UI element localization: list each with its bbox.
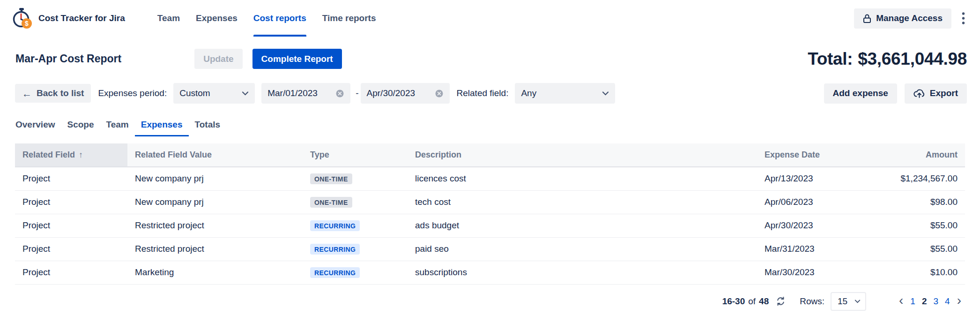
table-row: Project Marketing RECURRING subscription… xyxy=(15,261,965,284)
related-field-select-value: Any xyxy=(521,88,536,98)
table-row: Project New company prj ONE-TIME licence… xyxy=(15,167,965,190)
previous-page-icon[interactable]: ‹ xyxy=(895,294,907,309)
date-from-value: Mar/01/2023 xyxy=(267,88,318,98)
filter-actions: Add expense Export xyxy=(824,83,967,104)
cell-related-field: Project xyxy=(15,214,127,237)
chevron-down-icon xyxy=(854,300,861,303)
cell-type: RECURRING xyxy=(303,261,408,284)
row-total: 48 xyxy=(759,296,769,307)
page-button-3[interactable]: 3 xyxy=(930,295,942,308)
rows-per-page-select[interactable]: 15 xyxy=(831,292,866,311)
more-options-kebab-icon[interactable] xyxy=(959,10,968,27)
tab-expenses[interactable]: Expenses xyxy=(135,120,189,136)
main-nav: Team Expenses Cost reports Time reports xyxy=(149,0,384,37)
cell-related-field-value: Marketing xyxy=(127,261,303,284)
manage-access-label: Manage Access xyxy=(876,13,943,23)
related-field-label: Related field: xyxy=(457,88,509,98)
type-badge: ONE-TIME xyxy=(310,173,352,184)
export-button[interactable]: Export xyxy=(905,83,967,104)
refresh-icon[interactable] xyxy=(776,296,786,306)
nav-item-time-reports[interactable]: Time reports xyxy=(314,0,384,37)
cell-amount: $98.00 xyxy=(883,190,965,214)
app-title: Cost Tracker for Jira xyxy=(38,13,125,23)
svg-text:$: $ xyxy=(25,20,29,27)
column-header-type[interactable]: Type xyxy=(303,143,408,167)
date-to-value: Apr/30/2023 xyxy=(367,88,416,98)
cell-related-field-value: New company prj xyxy=(127,190,303,214)
cell-type: ONE-TIME xyxy=(303,167,408,190)
add-expense-button[interactable]: Add expense xyxy=(824,83,897,104)
cell-expense-date: Mar/31/2023 xyxy=(757,237,883,261)
column-header-expense-date[interactable]: Expense Date xyxy=(757,143,883,167)
of-label: of xyxy=(748,296,756,307)
column-header-related-field-value[interactable]: Related Field Value xyxy=(127,143,303,167)
period-select-value: Custom xyxy=(179,88,210,98)
tab-overview[interactable]: Overview xyxy=(15,120,61,136)
cell-description: licences cost xyxy=(408,167,757,190)
related-field-select[interactable]: Any xyxy=(515,83,615,104)
cell-type: RECURRING xyxy=(303,214,408,237)
total-label: Total: xyxy=(808,49,853,69)
table-row: Project Restricted project RECURRING pai… xyxy=(15,237,965,261)
clear-date-icon[interactable] xyxy=(335,89,344,98)
cell-expense-date: Apr/30/2023 xyxy=(757,214,883,237)
update-button[interactable]: Update xyxy=(194,49,242,69)
period-select[interactable]: Custom xyxy=(173,83,255,104)
cell-amount: $55.00 xyxy=(883,237,965,261)
cell-related-field: Project xyxy=(15,237,127,261)
header-actions: Manage Access xyxy=(854,8,968,29)
export-cloud-icon xyxy=(913,89,925,98)
column-header-related-field[interactable]: Related Field↑ xyxy=(15,143,127,167)
column-header-description[interactable]: Description xyxy=(408,143,757,167)
cell-related-field-value: New company prj xyxy=(127,167,303,190)
app-header: $ Cost Tracker for Jira Team Expenses Co… xyxy=(0,0,980,37)
report-tabs: Overview Scope Team Expenses Totals xyxy=(0,120,980,136)
cell-description: ads budget xyxy=(408,214,757,237)
type-badge: RECURRING xyxy=(310,244,360,255)
clear-date-icon[interactable] xyxy=(435,89,444,98)
column-header-amount[interactable]: Amount xyxy=(883,143,965,167)
cell-related-field-value: Restricted project xyxy=(127,214,303,237)
cell-amount: $10.00 xyxy=(883,261,965,284)
page-button-4[interactable]: 4 xyxy=(942,295,953,308)
sort-asc-icon: ↑ xyxy=(79,150,83,159)
back-to-list-button[interactable]: ← Back to list xyxy=(15,84,91,103)
nav-item-expenses[interactable]: Expenses xyxy=(188,0,245,37)
row-range: 16-30 xyxy=(722,296,745,307)
cell-related-field: Project xyxy=(15,190,127,214)
back-arrow-icon: ← xyxy=(22,89,32,98)
cell-description: paid seo xyxy=(408,237,757,261)
cell-expense-date: Apr/06/2023 xyxy=(757,190,883,214)
back-to-list-label: Back to list xyxy=(37,88,84,98)
manage-access-button[interactable]: Manage Access xyxy=(854,8,951,29)
nav-item-cost-reports[interactable]: Cost reports xyxy=(245,0,314,37)
complete-report-button[interactable]: Complete Report xyxy=(252,49,342,69)
tab-team[interactable]: Team xyxy=(100,120,135,136)
cell-expense-date: Mar/30/2023 xyxy=(757,261,883,284)
next-page-icon[interactable]: › xyxy=(953,294,965,309)
cell-related-field-value: Restricted project xyxy=(127,237,303,261)
cell-related-field: Project xyxy=(15,167,127,190)
table-header-row: Related Field↑ Related Field Value Type … xyxy=(15,143,965,167)
report-header-row: Mar-Apr Cost Report Update Complete Repo… xyxy=(0,37,980,69)
date-from-field[interactable]: Mar/01/2023 xyxy=(261,83,350,104)
tab-totals[interactable]: Totals xyxy=(189,120,227,136)
date-to-field[interactable]: Apr/30/2023 xyxy=(361,83,450,104)
total-value: $3,661,044.98 xyxy=(858,49,967,69)
tab-scope[interactable]: Scope xyxy=(61,120,100,136)
cell-amount: $55.00 xyxy=(883,214,965,237)
column-label: Related Field xyxy=(22,150,75,159)
filter-row: ← Back to list Expenses period: Custom M… xyxy=(0,83,980,104)
type-badge: ONE-TIME xyxy=(310,197,352,208)
page-button-1[interactable]: 1 xyxy=(907,295,919,308)
nav-item-team[interactable]: Team xyxy=(149,0,188,37)
date-range-separator: - xyxy=(356,88,358,98)
chevron-down-icon xyxy=(242,91,249,96)
lock-icon xyxy=(863,14,871,23)
cell-amount: $1,234,567.00 xyxy=(883,167,965,190)
page-button-2[interactable]: 2 xyxy=(919,295,930,308)
expenses-table: Related Field↑ Related Field Value Type … xyxy=(15,143,965,285)
table-footer: 16-30 of 48 Rows: 15 ‹ 1 2 3 4 › xyxy=(0,292,980,311)
table-row: Project New company prj ONE-TIME tech co… xyxy=(15,190,965,214)
cell-description: tech cost xyxy=(408,190,757,214)
